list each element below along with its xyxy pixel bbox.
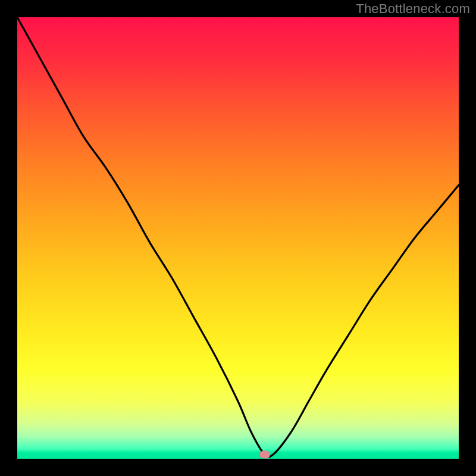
optimum-marker [259,450,270,458]
plot-area [17,17,459,459]
bottleneck-curve [17,17,459,459]
chart-frame: TheBottleneck.com [0,0,476,476]
watermark-text: TheBottleneck.com [356,1,470,17]
